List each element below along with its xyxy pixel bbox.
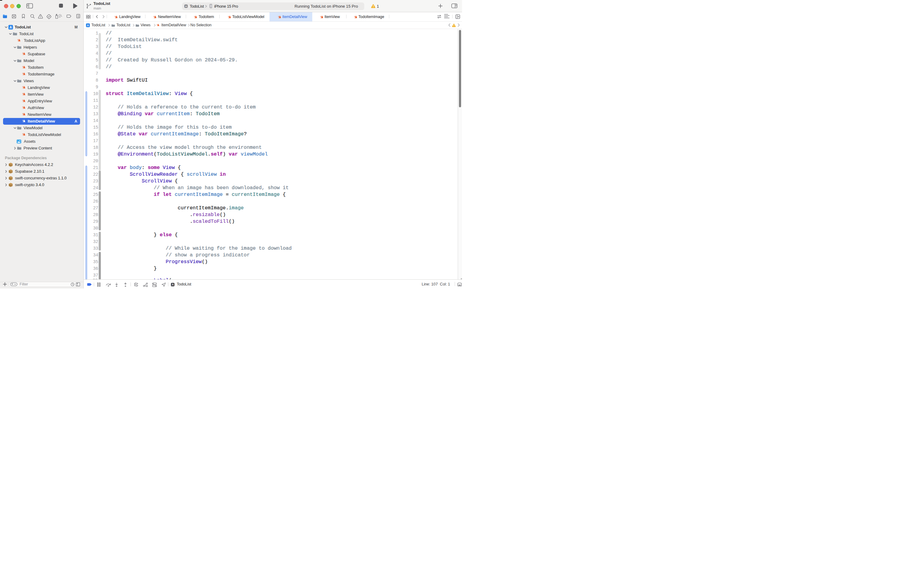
svg-text:A: A (172, 283, 174, 286)
svg-text:A: A (87, 24, 89, 27)
svg-text:A: A (185, 5, 187, 8)
